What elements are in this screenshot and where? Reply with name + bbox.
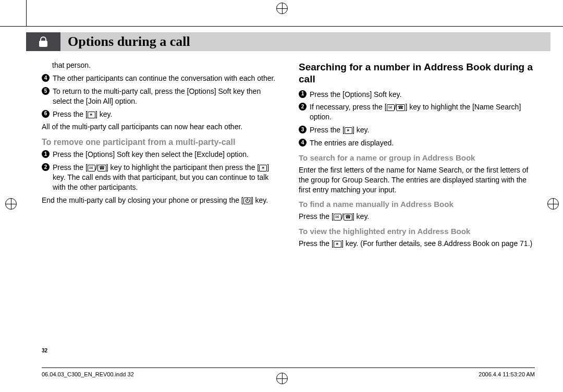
right-column: Searching for a number in Address Book d… <box>299 60 535 252</box>
heading-search-address-book: Searching for a number in Address Book d… <box>299 62 535 85</box>
page-title: Options during a call <box>68 34 190 50</box>
list-item-text: Press the [Options] Soft key. <box>310 90 401 100</box>
list-item: 1 Press the [Options] Soft key. <box>299 90 535 100</box>
circled-number: 4 <box>42 74 50 82</box>
msg-key-icon: ✉ <box>387 104 395 111</box>
page-number: 32 <box>42 348 47 353</box>
msg-key-icon: ✉ <box>334 214 341 220</box>
list-item-text: Press the [✶] key. <box>53 109 112 119</box>
subheading-find-name-manually: To find a name manually in Address Book <box>299 200 535 210</box>
ok-key-icon: ✶ <box>334 241 341 248</box>
list-item-text: The entries are displayed. <box>310 138 394 148</box>
sub1-body: Enter the first letters of the name for … <box>299 165 535 195</box>
call-key-icon: ☎ <box>396 104 405 111</box>
ok-key-icon: ✶ <box>259 165 267 172</box>
subheading-view-highlighted-entry: To view the highlighted entry in Address… <box>299 227 535 237</box>
list-item: 4 The other participants can continue th… <box>42 74 278 83</box>
subheading-search-name-group: To search for a name or group in Address… <box>299 153 535 163</box>
sub2-body: Press the [✉/☎] key. <box>299 212 535 222</box>
footer-left: 06.04.03_C300_EN_REV00.indd 32 <box>42 371 134 377</box>
circled-number: 3 <box>299 126 307 133</box>
registration-mark-top <box>276 3 288 14</box>
left-column: that person. 4 The other participants ca… <box>42 60 278 252</box>
list-item-text: To return to the multi-party call, press… <box>53 87 278 106</box>
title-text-wrap: Options during a call <box>60 32 550 51</box>
circled-number: 4 <box>299 139 307 146</box>
circled-number: 2 <box>42 163 50 171</box>
subheading-remove-participant: To remove one participant from a multi-p… <box>42 137 278 148</box>
footer: 06.04.03_C300_EN_REV00.indd 32 2006.4.4 … <box>42 368 535 377</box>
list-item-text: If necessary, press the [✉/☎] key to hig… <box>310 102 535 122</box>
list-item-text: Press the [✶] key. <box>310 125 369 135</box>
end-key-icon: ⏻ <box>243 198 251 204</box>
lock-icon <box>39 36 47 47</box>
call-key-icon: ☎ <box>97 165 106 172</box>
title-tab <box>26 32 60 51</box>
circled-number: 6 <box>42 110 50 118</box>
ok-key-icon: ✶ <box>345 127 352 134</box>
circled-number: 5 <box>42 87 50 95</box>
registration-mark-left <box>5 198 17 210</box>
circled-number: 2 <box>299 103 307 111</box>
circled-number: 1 <box>299 90 307 98</box>
list-item: 4 The entries are displayed. <box>299 138 535 148</box>
msg-key-icon: ✉ <box>88 165 95 172</box>
list-item: 5 To return to the multi-party call, pre… <box>42 87 278 106</box>
list-item-text: Press the [Options] Soft key then select… <box>53 150 249 160</box>
columns: that person. 4 The other participants ca… <box>26 60 550 252</box>
list-item: 1 Press the [Options] Soft key then sele… <box>42 150 278 160</box>
list-item: 2 Press the [✉/☎] key to highlight the p… <box>42 163 278 192</box>
list-item: 6 Press the [✶] key. <box>42 109 278 119</box>
title-bar: Options during a call <box>26 32 550 51</box>
footer-right: 2006.4.4 11:53:20 AM <box>479 371 535 377</box>
after-items-text: All of the multi-party call participants… <box>42 122 278 132</box>
sub3-body: Press the [✶] key. (For further details,… <box>299 239 535 249</box>
crop-tick-top-left <box>26 0 27 26</box>
intro-fragment: that person. <box>52 60 278 70</box>
list-item-text: Press the [✉/☎] key to highlight the par… <box>53 163 278 192</box>
ok-key-icon: ✶ <box>88 112 95 118</box>
circled-number: 1 <box>42 150 50 158</box>
list-item: 2 If necessary, press the [✉/☎] key to h… <box>299 102 535 122</box>
sub-outro-text: End the multi-party call by closing your… <box>42 195 278 205</box>
page-content: Options during a call that person. 4 The… <box>26 26 550 379</box>
list-item-text: The other participants can continue the … <box>53 74 275 83</box>
list-item: 3 Press the [✶] key. <box>299 125 535 135</box>
call-key-icon: ☎ <box>344 214 352 220</box>
